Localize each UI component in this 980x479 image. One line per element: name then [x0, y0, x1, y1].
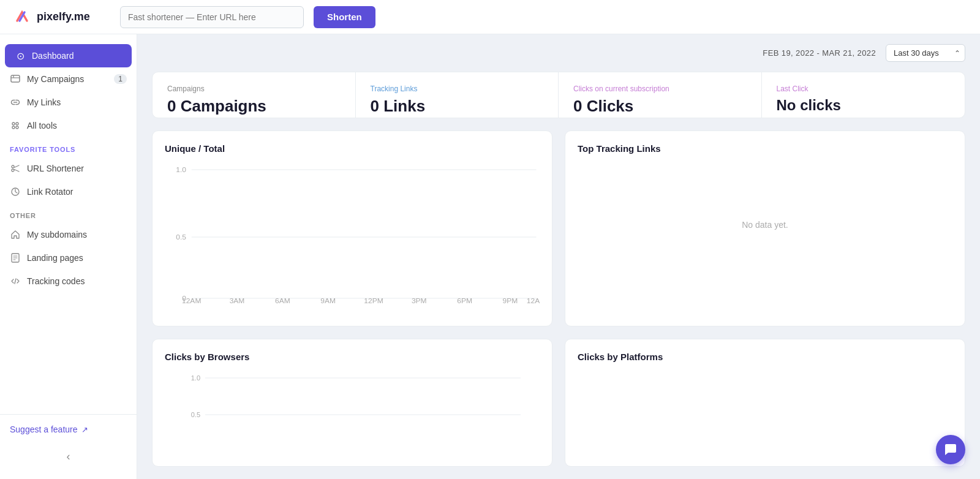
unique-total-panel: Unique / Total 1.0 0.5 0 12AM 3AM	[152, 130, 552, 326]
stat-label-clicks: Clicks on current subscription	[573, 85, 747, 93]
sidebar-item-link-rotator[interactable]: Link Rotator	[0, 180, 137, 203]
chat-icon	[944, 443, 957, 456]
svg-text:6AM: 6AM	[275, 297, 290, 304]
clicks-by-browsers-title: Clicks by Browsers	[165, 352, 540, 362]
sidebar: ⊙ Dashboard My Campaigns 1 My Links All …	[0, 34, 137, 479]
clicks-by-platforms-title: Clicks by Platforms	[578, 352, 952, 362]
url-input[interactable]	[120, 6, 304, 28]
svg-text:12PM: 12PM	[364, 297, 383, 304]
other-label: OTHER	[0, 203, 137, 223]
main-header: FEB 19, 2022 - MAR 21, 2022 Last 7 days …	[137, 34, 980, 72]
sidebar-item-label: Link Rotator	[27, 187, 73, 197]
svg-rect-0	[11, 75, 20, 82]
sidebar-item-label: Landing pages	[27, 253, 83, 263]
sidebar-item-campaigns[interactable]: My Campaigns 1	[0, 67, 137, 91]
svg-text:0.5: 0.5	[191, 411, 200, 418]
stat-value-clicks: 0 Clicks	[573, 97, 747, 116]
page-icon	[10, 252, 21, 263]
date-range-select[interactable]: Last 7 days Last 30 days Last 90 days Cu…	[886, 44, 965, 62]
sidebar-item-subdomains[interactable]: My subdomains	[0, 223, 137, 246]
svg-point-3	[12, 126, 15, 129]
date-range-text: FEB 19, 2022 - MAR 21, 2022	[763, 48, 876, 58]
charts-grid: Unique / Total 1.0 0.5 0 12AM 3AM	[137, 130, 980, 339]
stat-card-tracking-links: Tracking Links 0 Links	[356, 72, 559, 118]
date-select-wrap: Last 7 days Last 30 days Last 90 days Cu…	[886, 44, 965, 62]
stat-card-clicks: Clicks on current subscription 0 Clicks	[559, 72, 762, 118]
sidebar-item-links[interactable]: My Links	[0, 91, 137, 114]
sidebar-item-landing-pages[interactable]: Landing pages	[0, 246, 137, 270]
top-tracking-links-title: Top Tracking Links	[578, 143, 952, 154]
bottom-charts-grid: Clicks by Browsers 1.0 0.5 Clicks by Pla…	[137, 339, 980, 479]
sidebar-collapse-button[interactable]: ‹	[0, 444, 137, 469]
main-content: FEB 19, 2022 - MAR 21, 2022 Last 7 days …	[137, 34, 980, 479]
svg-point-1	[12, 123, 15, 125]
favorite-tools-label: FAVORITE TOOLS	[0, 137, 137, 157]
layout: ⊙ Dashboard My Campaigns 1 My Links All …	[0, 34, 980, 479]
scissors-icon	[10, 163, 21, 174]
chat-bubble-button[interactable]	[936, 435, 965, 464]
campaigns-badge: 1	[114, 74, 127, 84]
stat-label-campaigns: Campaigns	[167, 85, 341, 93]
clicks-by-platforms-panel: Clicks by Platforms	[565, 339, 965, 467]
sidebar-item-label: URL Shortener	[27, 164, 84, 173]
topbar: pixelfy.me Shorten	[0, 0, 980, 34]
home-icon	[10, 229, 21, 240]
svg-text:1.0: 1.0	[191, 374, 200, 382]
sidebar-item-label: My Campaigns	[27, 74, 84, 84]
svg-point-4	[16, 126, 18, 129]
stat-value-last-click: No clicks	[777, 97, 951, 114]
stat-value-tracking-links: 0 Links	[371, 97, 544, 116]
stat-label-tracking-links: Tracking Links	[371, 85, 544, 93]
svg-text:0.5: 0.5	[176, 233, 186, 240]
sidebar-footer: Suggest a feature ↗	[0, 414, 137, 444]
sidebar-item-tools[interactable]: All tools	[0, 114, 137, 137]
svg-text:1.0: 1.0	[176, 166, 186, 173]
rotator-icon	[10, 186, 21, 197]
external-link-icon: ↗	[81, 425, 88, 434]
shorten-button[interactable]: Shorten	[314, 6, 375, 28]
sidebar-item-url-shortener[interactable]: URL Shortener	[0, 157, 137, 180]
clicks-by-browsers-svg: 1.0 0.5	[165, 372, 540, 451]
campaigns-icon	[10, 74, 21, 85]
sidebar-item-label: Dashboard	[32, 51, 74, 61]
sidebar-item-label: My Links	[27, 97, 61, 107]
suggest-label: Suggest a feature	[10, 424, 78, 434]
sidebar-item-dashboard[interactable]: ⊙ Dashboard	[5, 44, 132, 67]
svg-text:12AM: 12AM	[527, 297, 540, 304]
stat-card-campaigns: Campaigns 0 Campaigns	[153, 72, 356, 118]
unique-total-chart: 1.0 0.5 0 12AM 3AM 6AM 9AM 12PM 3PM 6PM …	[165, 164, 540, 311]
sidebar-item-tracking-codes[interactable]: Tracking codes	[0, 270, 137, 293]
chevron-left-icon: ‹	[67, 450, 70, 463]
logo-icon	[12, 7, 32, 27]
stats-row: Campaigns 0 Campaigns Tracking Links 0 L…	[152, 72, 965, 118]
sidebar-item-label: Tracking codes	[27, 276, 85, 286]
svg-text:9AM: 9AM	[320, 297, 336, 304]
unique-total-title: Unique / Total	[165, 143, 540, 154]
svg-text:3AM: 3AM	[230, 297, 245, 304]
stat-value-campaigns: 0 Campaigns	[167, 97, 341, 116]
code-icon	[10, 276, 21, 287]
svg-text:12AM: 12AM	[182, 297, 201, 304]
top-tracking-links-panel: Top Tracking Links No data yet.	[565, 130, 965, 326]
sidebar-item-label: My subdomains	[27, 230, 87, 240]
tools-icon	[10, 120, 21, 131]
svg-text:6PM: 6PM	[457, 297, 472, 304]
svg-point-2	[16, 123, 18, 125]
logo: pixelfy.me	[12, 7, 110, 27]
svg-text:9PM: 9PM	[503, 297, 518, 304]
stat-card-last-click: Last Click No clicks	[762, 72, 965, 118]
dashboard-icon: ⊙	[15, 50, 26, 61]
clicks-by-browsers-panel: Clicks by Browsers 1.0 0.5	[152, 339, 552, 467]
svg-text:3PM: 3PM	[412, 297, 427, 304]
stat-label-last-click: Last Click	[777, 85, 951, 93]
suggest-feature-link[interactable]: Suggest a feature ↗	[10, 424, 127, 434]
sidebar-item-label: All tools	[27, 121, 57, 130]
logo-text: pixelfy.me	[37, 10, 90, 23]
links-icon	[10, 97, 21, 108]
unique-total-svg: 1.0 0.5 0 12AM 3AM 6AM 9AM 12PM 3PM 6PM …	[165, 164, 540, 304]
no-data-text: No data yet.	[578, 164, 952, 286]
